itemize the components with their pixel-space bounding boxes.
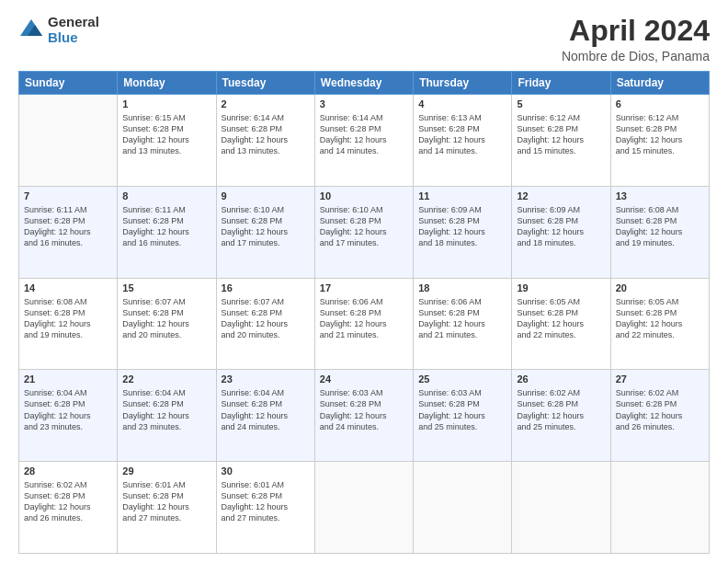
day-info-line: Sunrise: 6:12 AM (616, 113, 679, 122)
table-cell: 1Sunrise: 6:15 AMSunset: 6:28 PMDaylight… (118, 95, 216, 187)
day-info-line: Daylight: 12 hours (24, 319, 91, 328)
day-info-line: Daylight: 12 hours (418, 135, 485, 144)
table-cell: 21Sunrise: 6:04 AMSunset: 6:28 PMDayligh… (19, 370, 118, 462)
day-info-line: Daylight: 12 hours (320, 227, 387, 236)
day-info-line: Sunset: 6:28 PM (122, 216, 184, 225)
logo-blue-text: Blue (48, 30, 99, 46)
day-number: 11 (418, 190, 506, 203)
table-cell: 14Sunrise: 6:08 AMSunset: 6:28 PMDayligh… (19, 278, 118, 370)
day-info-line: Sunrise: 6:11 AM (24, 205, 87, 214)
day-info-line: Sunrise: 6:10 AM (320, 205, 383, 214)
calendar-week-4: 21Sunrise: 6:04 AMSunset: 6:28 PMDayligh… (19, 370, 710, 462)
day-number: 25 (418, 373, 506, 386)
logo: General Blue (18, 15, 99, 45)
day-number: 1 (122, 98, 210, 111)
day-info-line: and 16 minutes. (122, 238, 181, 247)
table-cell (414, 462, 512, 554)
table-cell: 29Sunrise: 6:01 AMSunset: 6:28 PMDayligh… (118, 462, 216, 554)
day-info-line: Sunset: 6:28 PM (320, 399, 381, 408)
day-info-line: Sunrise: 6:10 AM (222, 205, 285, 214)
table-cell: 19Sunrise: 6:05 AMSunset: 6:28 PMDayligh… (512, 278, 610, 370)
day-info: Sunrise: 6:08 AMSunset: 6:28 PMDaylight:… (616, 204, 704, 249)
table-cell: 18Sunrise: 6:06 AMSunset: 6:28 PMDayligh… (414, 278, 512, 370)
day-info-line: and 27 minutes. (122, 513, 181, 523)
day-info-line: Sunrise: 6:05 AM (517, 297, 580, 306)
day-info-line: Daylight: 12 hours (122, 319, 189, 328)
calendar-header-row: Sunday Monday Tuesday Wednesday Thursday… (19, 72, 710, 95)
day-info-line: Sunrise: 6:05 AM (616, 297, 679, 306)
day-info-line: Daylight: 12 hours (616, 319, 683, 328)
table-cell: 8Sunrise: 6:11 AMSunset: 6:28 PMDaylight… (118, 186, 216, 278)
col-sunday: Sunday (19, 72, 118, 95)
table-cell: 20Sunrise: 6:05 AMSunset: 6:28 PMDayligh… (610, 278, 709, 370)
day-number: 12 (517, 190, 605, 203)
subtitle: Nombre de Dios, Panama (562, 49, 710, 63)
day-info-line: and 27 minutes. (222, 513, 280, 523)
day-info-line: and 15 minutes. (616, 146, 675, 155)
day-info: Sunrise: 6:11 AMSunset: 6:28 PMDaylight:… (24, 204, 112, 249)
day-info-line: Daylight: 12 hours (616, 411, 683, 420)
table-cell: 30Sunrise: 6:01 AMSunset: 6:28 PMDayligh… (216, 462, 314, 554)
table-cell: 23Sunrise: 6:04 AMSunset: 6:28 PMDayligh… (216, 370, 314, 462)
day-info-line: Sunrise: 6:07 AM (122, 297, 186, 306)
day-info-line: Daylight: 12 hours (616, 227, 683, 236)
col-friday: Friday (512, 72, 610, 95)
day-info-line: and 18 minutes. (418, 238, 477, 247)
table-cell: 22Sunrise: 6:04 AMSunset: 6:28 PMDayligh… (118, 370, 216, 462)
day-info: Sunrise: 6:02 AMSunset: 6:28 PMDaylight:… (517, 387, 605, 432)
table-cell: 16Sunrise: 6:07 AMSunset: 6:28 PMDayligh… (216, 278, 314, 370)
table-cell: 2Sunrise: 6:14 AMSunset: 6:28 PMDaylight… (216, 95, 314, 187)
day-info-line: and 21 minutes. (418, 330, 477, 339)
day-info-line: Sunrise: 6:08 AM (616, 205, 679, 214)
day-info-line: and 14 minutes. (320, 146, 379, 155)
day-info: Sunrise: 6:03 AMSunset: 6:28 PMDaylight:… (320, 387, 408, 432)
col-wednesday: Wednesday (314, 72, 413, 95)
table-cell: 27Sunrise: 6:02 AMSunset: 6:28 PMDayligh… (610, 370, 709, 462)
day-info: Sunrise: 6:05 AMSunset: 6:28 PMDaylight:… (517, 296, 605, 341)
day-info-line: Sunset: 6:28 PM (24, 216, 85, 225)
col-saturday: Saturday (610, 72, 709, 95)
day-info-line: Sunrise: 6:01 AM (222, 480, 285, 489)
table-cell: 11Sunrise: 6:09 AMSunset: 6:28 PMDayligh… (414, 186, 512, 278)
day-number: 15 (122, 282, 210, 295)
day-number: 18 (418, 282, 506, 295)
day-info-line: Sunrise: 6:09 AM (418, 205, 482, 214)
day-info-line: Sunset: 6:28 PM (222, 308, 283, 317)
col-monday: Monday (118, 72, 216, 95)
day-info: Sunrise: 6:01 AMSunset: 6:28 PMDaylight:… (122, 479, 210, 524)
day-info-line: Sunset: 6:28 PM (24, 308, 85, 317)
calendar-week-5: 28Sunrise: 6:02 AMSunset: 6:28 PMDayligh… (19, 462, 710, 554)
table-cell: 25Sunrise: 6:03 AMSunset: 6:28 PMDayligh… (414, 370, 512, 462)
day-number: 10 (320, 190, 408, 203)
day-info-line: and 17 minutes. (222, 238, 280, 247)
table-cell: 10Sunrise: 6:10 AMSunset: 6:28 PMDayligh… (314, 186, 413, 278)
day-info: Sunrise: 6:10 AMSunset: 6:28 PMDaylight:… (222, 204, 310, 249)
table-cell: 6Sunrise: 6:12 AMSunset: 6:28 PMDaylight… (610, 95, 709, 187)
day-info-line: and 20 minutes. (122, 330, 181, 339)
table-cell (19, 95, 118, 187)
day-info-line: Sunrise: 6:08 AM (24, 297, 87, 306)
day-info-line: Sunrise: 6:02 AM (616, 388, 679, 397)
logo-icon (18, 17, 44, 43)
logo-general-text: General (48, 15, 99, 30)
day-number: 16 (222, 282, 310, 295)
day-info-line: Sunrise: 6:03 AM (418, 388, 482, 397)
day-info-line: Sunrise: 6:06 AM (320, 297, 383, 306)
table-cell: 5Sunrise: 6:12 AMSunset: 6:28 PMDaylight… (512, 95, 610, 187)
day-number: 7 (24, 190, 112, 203)
day-info-line: Daylight: 12 hours (517, 227, 584, 236)
day-info-line: and 14 minutes. (418, 146, 477, 155)
day-info-line: Sunset: 6:28 PM (222, 216, 283, 225)
day-info-line: Sunrise: 6:12 AM (517, 113, 580, 122)
day-info-line: Sunrise: 6:01 AM (122, 480, 186, 489)
day-info-line: Sunrise: 6:04 AM (122, 388, 186, 397)
day-info-line: and 20 minutes. (222, 330, 280, 339)
title-block: April 2024 Nombre de Dios, Panama (562, 15, 710, 63)
day-info-line: Sunset: 6:28 PM (517, 216, 578, 225)
day-info-line: and 26 minutes. (24, 513, 83, 523)
day-number: 28 (24, 465, 112, 478)
day-info-line: Daylight: 12 hours (320, 319, 387, 328)
day-info: Sunrise: 6:04 AMSunset: 6:28 PMDaylight:… (222, 387, 310, 432)
day-info-line: Sunset: 6:28 PM (418, 308, 480, 317)
day-info-line: Sunset: 6:28 PM (122, 124, 184, 133)
